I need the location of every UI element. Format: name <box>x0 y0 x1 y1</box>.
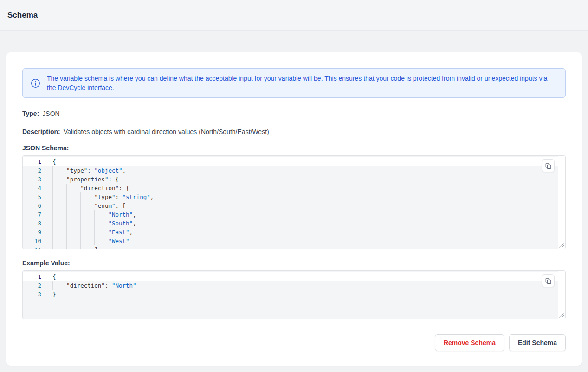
line-number: 4 <box>23 184 41 192</box>
code-token: , <box>129 229 133 236</box>
code-line: 7 "North", <box>23 210 565 219</box>
code-line: 3} <box>23 290 565 299</box>
line-number: 1 <box>23 272 41 281</box>
code-token: "type": <box>52 193 123 200</box>
code-token: "North" <box>108 211 133 218</box>
copy-icon <box>545 277 552 284</box>
indent-guide <box>52 192 53 201</box>
indent-guide <box>80 210 81 219</box>
type-label: Type: <box>22 110 39 117</box>
indent-guide <box>52 219 53 228</box>
code-token: ] <box>52 246 98 249</box>
code-line: 11 ] <box>23 245 565 249</box>
scrollbar-track[interactable] <box>558 156 565 249</box>
indent-guide <box>94 219 95 228</box>
line-number: 1 <box>23 157 41 166</box>
line-number: 2 <box>23 281 41 290</box>
code-token: "direction": <box>52 282 112 289</box>
indent-guide <box>66 237 67 245</box>
indent-guide <box>80 228 81 237</box>
description-label: Description: <box>22 128 60 135</box>
code-line: 2 "type": "object", <box>23 166 565 175</box>
line-number: 6 <box>23 201 41 210</box>
code-token: "object" <box>94 167 122 174</box>
indent-guide <box>80 219 81 228</box>
code-token: , <box>133 211 136 218</box>
page-title: Schema <box>7 11 38 20</box>
action-buttons: Remove Schema Edit Schema <box>22 334 566 351</box>
code-token: { <box>52 273 56 280</box>
code-line: 1{ <box>23 157 565 166</box>
indent-guide <box>52 237 53 245</box>
indent-guide <box>52 166 53 175</box>
code-token: "West" <box>108 237 129 244</box>
code-token: "enum": [ <box>52 202 126 209</box>
code-token: "properties": { <box>52 176 119 183</box>
indent-guide <box>52 228 53 237</box>
info-circle-icon <box>30 78 40 88</box>
code-token: "direction": { <box>52 185 129 192</box>
code-line: 2 "direction": "North" <box>23 281 565 290</box>
code-token: } <box>52 291 56 298</box>
indent-guide <box>80 192 81 201</box>
info-alert: The variable schema is where you can def… <box>22 68 566 98</box>
code-line: 5 "type": "string", <box>23 192 565 201</box>
code-token: , <box>150 193 154 200</box>
copy-schema-button[interactable] <box>542 159 555 172</box>
code-token: "type": <box>52 167 94 174</box>
code-line: 1{ <box>23 272 565 281</box>
indent-guide <box>52 281 53 290</box>
code-line: 3 "properties": { <box>23 175 565 184</box>
json-schema-code: 1{2 "type": "object",3 "properties": {4 … <box>23 156 565 249</box>
example-value-label: Example Value: <box>22 259 566 267</box>
indent-guide <box>66 219 67 228</box>
example-value-editor[interactable]: 1{2 "direction": "North"3} <box>22 270 566 319</box>
indent-guide <box>52 175 53 184</box>
line-number: 11 <box>23 245 41 249</box>
code-line: 4 "direction": { <box>23 184 565 192</box>
indent-guide <box>94 237 95 245</box>
type-value: JSON <box>42 110 59 117</box>
code-token: "East" <box>108 229 129 236</box>
example-value-code: 1{2 "direction": "North"3} <box>23 271 565 299</box>
indent-guide <box>94 228 95 237</box>
indent-guide <box>80 245 81 249</box>
indent-guide <box>94 210 95 219</box>
line-number: 5 <box>23 192 41 201</box>
description-value: Validates objects with cardinal directio… <box>64 128 269 135</box>
code-token: , <box>133 220 136 227</box>
code-line: 6 "enum": [ <box>23 201 565 210</box>
code-line: 8 "South", <box>23 219 565 228</box>
copy-icon <box>545 162 552 169</box>
line-number: 2 <box>23 166 41 175</box>
json-schema-editor[interactable]: 1{2 "type": "object",3 "properties": {4 … <box>22 155 566 249</box>
code-token: { <box>52 158 56 165</box>
indent-guide <box>52 245 53 249</box>
line-number: 7 <box>23 210 41 219</box>
line-number: 10 <box>23 237 41 245</box>
code-line: 9 "East", <box>23 228 565 237</box>
json-schema-label: JSON Schema: <box>22 144 566 152</box>
indent-guide <box>66 201 67 210</box>
info-alert-text: The variable schema is where you can def… <box>47 74 557 92</box>
code-token: "North" <box>112 282 136 289</box>
indent-guide <box>66 245 67 249</box>
scrollbar-track[interactable] <box>558 271 565 319</box>
code-token: , <box>123 167 126 174</box>
line-number: 3 <box>23 290 41 299</box>
line-number: 9 <box>23 228 41 237</box>
indent-guide <box>80 237 81 245</box>
copy-example-button[interactable] <box>542 274 555 287</box>
indent-guide <box>66 192 67 201</box>
indent-guide <box>52 201 53 210</box>
schema-card: The variable schema is where you can def… <box>6 52 582 366</box>
indent-guide <box>66 184 67 192</box>
indent-guide <box>80 201 81 210</box>
line-number: 3 <box>23 175 41 184</box>
indent-guide <box>52 184 53 192</box>
description-row: Description:Validates objects with cardi… <box>22 127 566 136</box>
remove-schema-button[interactable]: Remove Schema <box>435 334 504 351</box>
page-header: Schema <box>0 0 588 31</box>
indent-guide <box>52 210 53 219</box>
edit-schema-button[interactable]: Edit Schema <box>509 334 566 351</box>
